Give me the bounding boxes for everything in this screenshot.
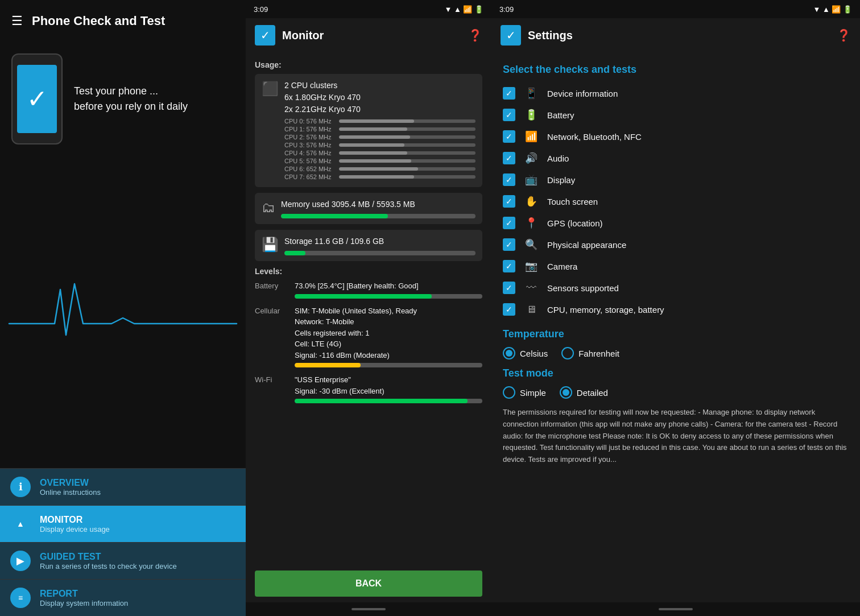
check-label-battery: Battery bbox=[547, 110, 574, 120]
storage-block: 💾 Storage 11.6 GB / 109.6 GB bbox=[255, 230, 482, 261]
check-item-physical[interactable]: ✓ 🔍 Physical appearance bbox=[503, 234, 849, 255]
right-panel: 3:09 ▼ ▲ 📶 🔋 ✓ Settings ❓ Select the che… bbox=[491, 0, 860, 616]
check-item-audio[interactable]: ✓ 🔊 Audio bbox=[503, 147, 849, 169]
back-button[interactable]: BACK bbox=[255, 570, 482, 597]
checkbox-display[interactable]: ✓ bbox=[503, 173, 515, 186]
check-label-touch: Touch screen bbox=[547, 197, 598, 206]
simple-option[interactable]: Simple bbox=[503, 386, 546, 399]
middle-panel: 3:09 ▼ ▲ 📶 🔋 ✓ Monitor ❓ Usage: ⬛ 2 CPU … bbox=[246, 0, 491, 616]
checkbox-gps[interactable]: ✓ bbox=[503, 217, 515, 229]
monitor-app-icon: ✓ bbox=[255, 25, 275, 46]
checkbox-camera[interactable]: ✓ bbox=[503, 260, 515, 272]
check-item-cpu_mem[interactable]: ✓ 🖥 CPU, memory, storage, battery bbox=[503, 299, 849, 320]
check-item-device_info[interactable]: ✓ 📱 Device information bbox=[503, 82, 849, 104]
settings-content: Select the checks and tests ✓ 📱 Device i… bbox=[491, 52, 860, 602]
nav-item-report[interactable]: ≡ REPORT Display system information bbox=[0, 579, 246, 616]
check-item-gps[interactable]: ✓ 📍 GPS (location) bbox=[503, 212, 849, 234]
checkbox-physical[interactable]: ✓ bbox=[503, 238, 515, 251]
permissions-text: The permissions required for testing wil… bbox=[503, 407, 849, 466]
cpu-block: ⬛ 2 CPU clusters 6x 1.80GHz Kryo 470 2x … bbox=[255, 74, 482, 187]
checkbox-network[interactable]: ✓ bbox=[503, 130, 515, 143]
check-icon-gps: 📍 bbox=[523, 215, 539, 231]
wifi-line1: "USS Enterprise" bbox=[295, 374, 482, 386]
cpu-freq-label: CPU 3: 576 MHz bbox=[284, 142, 336, 148]
check-label-display: Display bbox=[547, 175, 575, 185]
check-item-battery[interactable]: ✓ 🔋 Battery bbox=[503, 104, 849, 126]
cellular-line1: SIM: T-Mobile (United States), Ready bbox=[295, 305, 482, 317]
check-icon-battery: 🔋 bbox=[523, 107, 539, 123]
checkbox-cpu_mem[interactable]: ✓ bbox=[503, 303, 515, 316]
cellular-line4: Cell: LTE (4G) bbox=[295, 338, 482, 350]
check-item-touch[interactable]: ✓ ✋ Touch screen bbox=[503, 191, 849, 212]
overview-sublabel: Online instructions bbox=[40, 488, 101, 497]
storage-value: Storage 11.6 GB / 109.6 GB bbox=[284, 235, 476, 247]
monitor-help-icon[interactable]: ❓ bbox=[468, 28, 482, 42]
check-label-camera: Camera bbox=[547, 262, 577, 271]
celsius-option[interactable]: Celsius bbox=[503, 347, 548, 359]
checkbox-audio[interactable]: ✓ bbox=[503, 152, 515, 164]
cpu-bar-fill bbox=[339, 135, 410, 139]
levels-label: Levels: bbox=[255, 267, 482, 276]
checks-list: ✓ 📱 Device information ✓ 🔋 Battery ✓ 📶 N… bbox=[503, 82, 849, 320]
hero-line1: Test your phone ... bbox=[74, 84, 188, 99]
fahrenheit-option[interactable]: Fahrenheit bbox=[561, 347, 619, 359]
phone-image: ✓ bbox=[11, 53, 63, 144]
cpu-core-row: CPU 7: 652 MHz bbox=[284, 173, 476, 180]
cellular-bar-fill bbox=[295, 363, 361, 367]
hero-line2: before you rely on it daily bbox=[74, 99, 188, 114]
app-title: Phone Check and Test bbox=[32, 14, 165, 28]
phone-checkmark-icon: ✓ bbox=[27, 86, 48, 111]
nav-item-monitor[interactable]: ▲ MONITOR Display device usage bbox=[0, 505, 246, 542]
detailed-option[interactable]: Detailed bbox=[560, 386, 608, 399]
check-label-cpu_mem: CPU, memory, storage, battery bbox=[547, 305, 664, 315]
wifi-bar-track bbox=[295, 399, 482, 403]
checkbox-touch[interactable]: ✓ bbox=[503, 195, 515, 208]
cpu-freq-label: CPU 0: 576 MHz bbox=[284, 118, 336, 125]
storage-row: 💾 Storage 11.6 GB / 109.6 GB bbox=[262, 235, 476, 255]
overview-label: OVERVIEW bbox=[40, 478, 101, 488]
report-label: REPORT bbox=[40, 589, 128, 599]
cpu-text: 2 CPU clusters 6x 1.80GHz Kryo 470 2x 2.… bbox=[284, 80, 476, 181]
usage-label: Usage: bbox=[255, 60, 482, 69]
test-mode-section: Test mode Simple Detailed bbox=[503, 367, 849, 399]
wifi-line2: Signal: -30 dBm (Excellent) bbox=[295, 386, 482, 397]
simple-radio-outer bbox=[503, 386, 515, 399]
hamburger-icon[interactable]: ☰ bbox=[11, 14, 23, 28]
check-item-sensors[interactable]: ✓ 〰 Sensors supported bbox=[503, 277, 849, 299]
heartbeat-area bbox=[0, 156, 246, 468]
celsius-radio-outer bbox=[503, 347, 515, 359]
cpu-core-row: CPU 3: 576 MHz bbox=[284, 142, 476, 148]
memory-bar-track bbox=[281, 214, 476, 218]
wifi-bar-fill bbox=[295, 399, 468, 403]
checkbox-sensors[interactable]: ✓ bbox=[503, 282, 515, 294]
cpu-core-row: CPU 5: 576 MHz bbox=[284, 158, 476, 164]
check-item-network[interactable]: ✓ 📶 Network, Bluetooth, NFC bbox=[503, 126, 849, 147]
wifi-label: Wi-Fi bbox=[255, 374, 295, 384]
monitor-status-bar: 3:09 ▼ ▲ 📶 🔋 bbox=[246, 0, 491, 18]
guided-icon: ▶ bbox=[10, 551, 31, 571]
wifi-level-content: "USS Enterprise" Signal: -30 dBm (Excell… bbox=[295, 374, 482, 403]
cpu-bar-fill bbox=[339, 167, 418, 171]
cpu-bar-track bbox=[339, 127, 476, 131]
battery-bar-track bbox=[295, 294, 482, 299]
settings-app-icon: ✓ bbox=[501, 25, 521, 46]
nav-item-overview[interactable]: ℹ OVERVIEW Online instructions bbox=[0, 468, 246, 505]
check-item-camera[interactable]: ✓ 📷 Camera bbox=[503, 255, 849, 277]
settings-title: Settings bbox=[528, 29, 573, 42]
monitor-header-left: ✓ Monitor bbox=[255, 25, 324, 46]
nav-item-guided[interactable]: ▶ GUIDED TEST Run a series of tests to c… bbox=[0, 542, 246, 579]
monitor-text: MONITOR Display device usage bbox=[40, 515, 110, 534]
cpu-bar-track bbox=[339, 143, 476, 147]
memory-icon: 🗂 bbox=[262, 200, 275, 216]
test-mode-title: Test mode bbox=[503, 367, 849, 379]
cellular-line2: Network: T-Mobile bbox=[295, 316, 482, 328]
settings-help-icon[interactable]: ❓ bbox=[837, 28, 851, 42]
cpu-core-row: CPU 0: 576 MHz bbox=[284, 118, 476, 125]
fahrenheit-radio-outer bbox=[561, 347, 574, 359]
check-icon-sensors: 〰 bbox=[523, 280, 539, 296]
checkbox-battery[interactable]: ✓ bbox=[503, 109, 515, 121]
app-header: ☰ Phone Check and Test bbox=[0, 0, 246, 42]
check-item-display[interactable]: ✓ 📺 Display bbox=[503, 169, 849, 191]
checkbox-device_info[interactable]: ✓ bbox=[503, 87, 515, 100]
monitor-label: MONITOR bbox=[40, 515, 110, 525]
